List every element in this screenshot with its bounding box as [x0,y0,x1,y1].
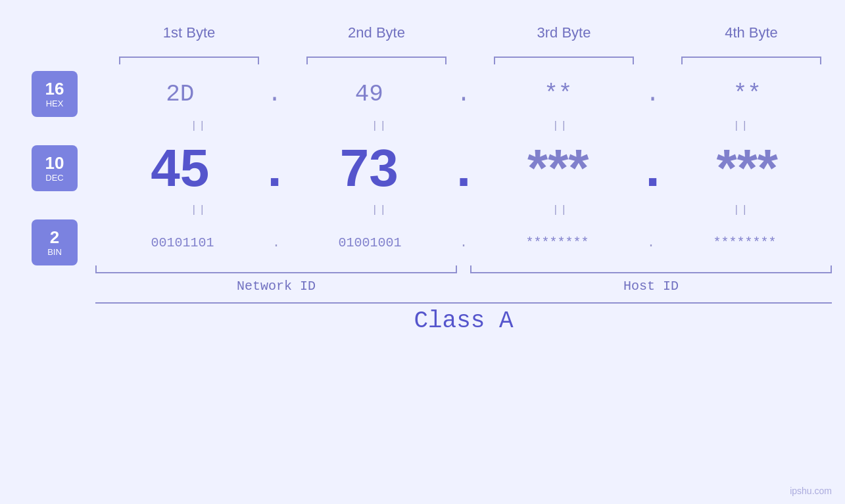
dec-b1: 45 [95,138,265,198]
dec-badge: 10 DEC [32,145,78,191]
sep2-b3: || [470,204,651,216]
bottom-section: Network ID Host ID Class A [95,265,832,338]
byte2-header: 2nd Byte [283,24,470,41]
byte1-header: 1st Byte [95,24,283,41]
bin-b1: 00101101 [95,235,270,250]
hex-b4: ** [663,81,833,108]
hex-b3: ** [473,81,643,108]
main-container: 1st Byte 2nd Byte 3rd Byte 4th Byte 16 H… [0,0,845,504]
sep2-b1: || [109,204,289,216]
dec-dot2: . [454,138,473,198]
bin-dot2: . [457,235,470,250]
bin-dot1: . [270,235,283,250]
class-row: Class A [95,302,832,338]
hex-dot3: . [643,81,663,108]
bin-b3: ******** [470,235,644,250]
hex-dot1: . [265,81,285,108]
bin-b4: ******** [658,235,832,250]
dec-dot3: . [643,138,663,198]
sep1-b4: || [651,120,832,132]
byte4-header: 4th Byte [658,24,845,41]
class-label: Class A [414,308,513,334]
bin-dot3: . [644,235,658,250]
host-id-label: Host ID [470,279,832,294]
byte-headers: 1st Byte 2nd Byte 3rd Byte 4th Byte [95,13,845,53]
host-bracket [470,265,832,273]
sep1-b3: || [470,120,651,132]
bottom-brackets [95,265,832,276]
sep1-b1: || [109,120,289,132]
hex-b1: 2D [95,81,265,108]
network-bracket [95,265,457,273]
dec-b2: 73 [285,138,454,198]
bin-b2: 01001001 [283,235,457,250]
top-brackets [95,53,845,64]
dec-b3: *** [473,138,643,198]
hex-b2: 49 [285,81,454,108]
hex-badge: 16 HEX [32,71,78,117]
footer: ipshu.com [790,486,832,496]
sep2-b2: || [289,204,470,216]
sep1-b2: || [289,120,470,132]
dec-b4: *** [663,138,833,198]
network-id-label: Network ID [95,279,457,294]
sep2-b4: || [651,204,832,216]
hex-dot2: . [454,81,473,108]
dec-dot1: . [265,138,285,198]
id-labels: Network ID Host ID [95,276,832,302]
byte3-header: 3rd Byte [470,24,658,41]
bin-badge: 2 BIN [32,219,78,265]
